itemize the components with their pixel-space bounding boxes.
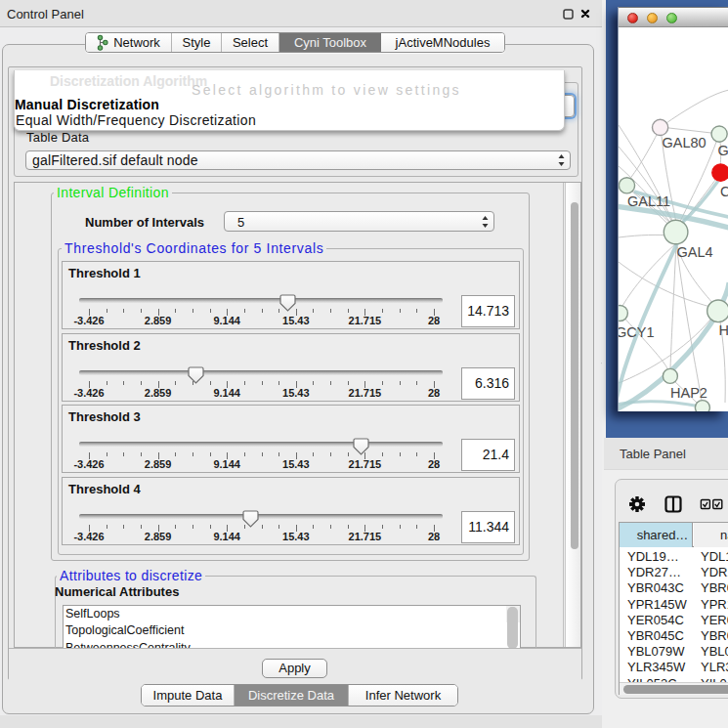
svg-text:C: C (720, 184, 728, 199)
svg-text:G.: G. (718, 143, 728, 158)
svg-text:GCY1: GCY1 (619, 324, 655, 340)
svg-text:HAP2: HAP2 (670, 385, 707, 401)
svg-text:GAL11: GAL11 (627, 193, 670, 209)
svg-text:H: H (719, 322, 728, 338)
svg-text:GAL4: GAL4 (677, 244, 713, 260)
svg-text:GAL80: GAL80 (663, 135, 707, 150)
